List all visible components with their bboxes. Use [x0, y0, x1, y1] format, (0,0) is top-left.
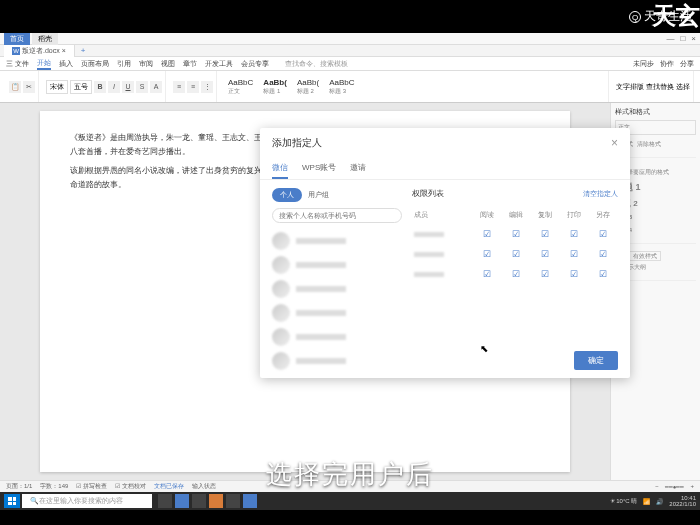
menu-file[interactable]: 三 文件 [6, 59, 29, 69]
menu-chapter[interactable]: 章节 [183, 59, 197, 69]
perm-check[interactable]: ☑ [474, 265, 501, 283]
perm-check[interactable]: ☑ [474, 245, 501, 263]
font-family-select[interactable]: 宋体 [46, 80, 68, 94]
perm-check[interactable]: ☑ [589, 225, 616, 243]
clear-format-button[interactable]: 清除格式 [637, 138, 661, 151]
show-select[interactable]: 有效样式 [629, 251, 661, 261]
italic-icon[interactable]: I [108, 81, 120, 93]
tray-network-icon[interactable]: 📶 [643, 498, 650, 505]
cut-icon[interactable]: ✂ [23, 81, 35, 93]
list-icon[interactable]: ⋮ [201, 81, 213, 93]
user-item[interactable] [272, 229, 402, 253]
window-close-icon[interactable]: × [691, 34, 696, 43]
col-member: 成员 [414, 207, 472, 223]
weather-widget[interactable]: ☀ 10°C 晴 [610, 497, 638, 506]
mouse-cursor: ⬉ [480, 343, 488, 354]
modal-tab-wps[interactable]: WPS账号 [302, 158, 336, 179]
user-item[interactable] [272, 325, 402, 349]
perm-check[interactable]: ☑ [531, 265, 558, 283]
perm-check[interactable]: ☑ [531, 225, 558, 243]
perm-check[interactable]: ☑ [589, 265, 616, 283]
task-icon-wps[interactable] [209, 494, 223, 508]
bold-icon[interactable]: B [94, 81, 106, 93]
style-normal[interactable]: AaBbC正文 [224, 76, 257, 98]
window-max-icon[interactable]: □ [680, 34, 685, 43]
user-item[interactable] [272, 349, 402, 373]
font-size-select[interactable]: 五号 [70, 80, 92, 94]
chip-personal[interactable]: 个人 [272, 188, 302, 202]
avatar [272, 304, 290, 322]
task-icon[interactable] [226, 494, 240, 508]
tray-date[interactable]: 2022/1/10 [669, 501, 696, 507]
modal-close-icon[interactable]: × [611, 136, 618, 150]
titlebar-tab-docer[interactable]: 稻壳 [32, 33, 58, 45]
select-button[interactable]: 选择 [676, 82, 690, 92]
clear-assignees-button[interactable]: 清空指定人 [583, 189, 618, 199]
user-item[interactable] [272, 277, 402, 301]
ribbon-menu: 三 文件 开始 插入 页面布局 引用 审阅 视图 章节 开发工具 会员专享 查找… [0, 57, 700, 71]
user-search-input[interactable] [272, 208, 402, 223]
menu-member[interactable]: 会员专享 [241, 59, 269, 69]
confirm-button[interactable]: 确定 [574, 351, 618, 370]
chip-usergroup[interactable]: 用户组 [308, 191, 329, 198]
taskbar-search[interactable]: 🔍 在这里输入你要搜索的内容 [22, 494, 152, 508]
doc-close-icon[interactable]: × [62, 47, 66, 54]
perm-row: ☑☑☑☑☑ [414, 225, 616, 243]
menu-review[interactable]: 审阅 [139, 59, 153, 69]
new-tab-icon[interactable]: + [75, 46, 92, 55]
command-search[interactable]: 查找命令、搜索模板 [285, 59, 348, 69]
col-copy: 复制 [531, 207, 558, 223]
find-replace-button[interactable]: 查找替换 [646, 82, 674, 92]
task-icon-edge[interactable] [175, 494, 189, 508]
titlebar-tab-home[interactable]: 首页 [4, 33, 30, 45]
avatar [272, 280, 290, 298]
user-item[interactable] [272, 301, 402, 325]
share-button[interactable]: 分享 [680, 59, 694, 69]
task-icon[interactable] [158, 494, 172, 508]
panel-title-styles: 样式和格式 [615, 107, 696, 117]
strike-icon[interactable]: S [136, 81, 148, 93]
menu-layout[interactable]: 页面布局 [81, 59, 109, 69]
perm-check[interactable]: ☑ [560, 245, 587, 263]
perm-check[interactable]: ☑ [502, 265, 529, 283]
doc-tab-active[interactable]: W 叛逆者.docx × [4, 45, 75, 57]
menu-reference[interactable]: 引用 [117, 59, 131, 69]
style-h1[interactable]: AaBb(标题 1 [259, 76, 291, 98]
modal-tab-wechat[interactable]: 微信 [272, 158, 288, 179]
video-subtitle: 选择完用户后 [0, 457, 700, 492]
watermark-corner: 天玄 [652, 0, 700, 32]
modal-permission-panel: 权限列表 清空指定人 成员 阅读 编辑 复制 打印 另存 ☑☑☑☑☑ ☑☑☑☑☑… [412, 188, 618, 352]
avatar [272, 232, 290, 250]
tray-volume-icon[interactable]: 🔊 [656, 498, 663, 505]
sync-status[interactable]: 未同步 [633, 59, 654, 69]
perm-check[interactable]: ☑ [502, 245, 529, 263]
text-layout-button[interactable]: 文字排版 [616, 82, 644, 92]
perm-check[interactable]: ☑ [589, 245, 616, 263]
start-button[interactable] [4, 494, 20, 508]
task-icon-explorer[interactable] [192, 494, 206, 508]
menu-devtools[interactable]: 开发工具 [205, 59, 233, 69]
perm-check[interactable]: ☑ [560, 265, 587, 283]
task-icon[interactable] [243, 494, 257, 508]
align-left-icon[interactable]: ≡ [173, 81, 185, 93]
style-h3[interactable]: AaBbC标题 3 [325, 76, 358, 98]
perm-check[interactable]: ☑ [531, 245, 558, 263]
perm-check[interactable]: ☑ [474, 225, 501, 243]
perm-check[interactable]: ☑ [502, 225, 529, 243]
avatar [272, 256, 290, 274]
modal-tab-invite[interactable]: 邀请 [350, 158, 366, 179]
user-item[interactable] [272, 253, 402, 277]
menu-home[interactable]: 开始 [37, 58, 51, 70]
underline-icon[interactable]: U [122, 81, 134, 93]
perm-check[interactable]: ☑ [560, 225, 587, 243]
paste-icon[interactable]: 📋 [9, 81, 21, 93]
align-center-icon[interactable]: ≡ [187, 81, 199, 93]
window-min-icon[interactable]: — [666, 34, 674, 43]
collab-button[interactable]: 协作 [660, 59, 674, 69]
window-titlebar: 首页 稻壳 — □ × [0, 33, 700, 45]
fontcolor-icon[interactable]: A [150, 81, 162, 93]
col-read: 阅读 [474, 207, 501, 223]
menu-view[interactable]: 视图 [161, 59, 175, 69]
menu-insert[interactable]: 插入 [59, 59, 73, 69]
style-h2[interactable]: AaBb(标题 2 [293, 76, 323, 98]
